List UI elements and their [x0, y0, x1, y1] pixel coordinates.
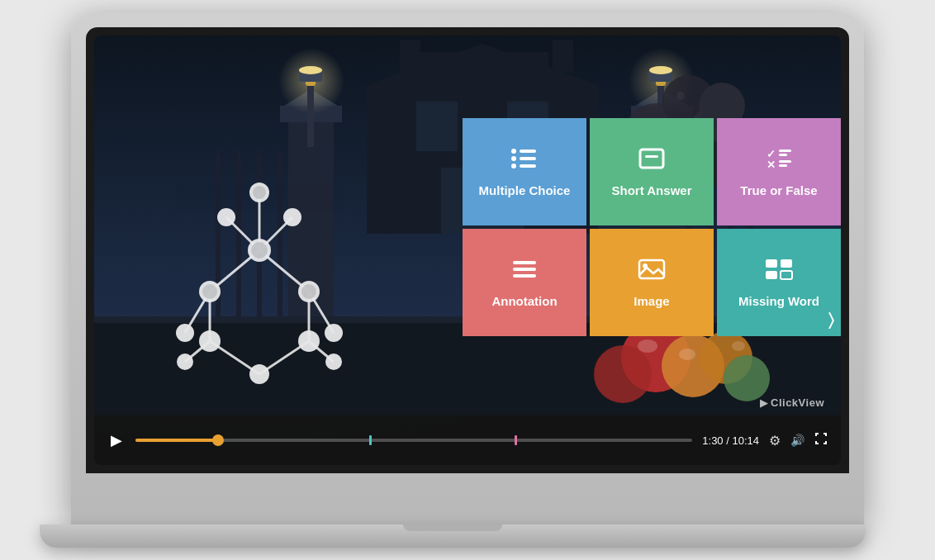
- progress-played: [135, 439, 218, 442]
- volume-icon: 🔊: [790, 434, 804, 447]
- settings-icon: ⚙: [769, 433, 781, 448]
- svg-rect-104: [513, 268, 536, 271]
- svg-point-52: [594, 345, 652, 403]
- settings-button[interactable]: ⚙: [769, 433, 781, 448]
- image-label: Image: [634, 294, 669, 308]
- svg-rect-96: [645, 155, 658, 158]
- svg-point-93: [511, 164, 516, 168]
- svg-point-40: [649, 66, 672, 74]
- missing-word-label: Missing Word: [738, 294, 819, 308]
- laptop-screen-body: Multiple Choice Short Answer: [71, 12, 864, 524]
- fullscreen-button[interactable]: [814, 432, 828, 448]
- svg-rect-108: [766, 259, 777, 268]
- short-answer-icon: [637, 146, 667, 175]
- svg-text:✕: ✕: [767, 159, 776, 171]
- svg-point-84: [325, 354, 342, 370]
- svg-rect-4: [400, 40, 420, 73]
- laptop-wrapper: Multiple Choice Short Answer: [55, 12, 880, 548]
- svg-point-77: [298, 330, 320, 352]
- progress-thumb: [212, 434, 224, 446]
- svg-rect-109: [781, 259, 792, 268]
- svg-rect-111: [781, 271, 792, 279]
- progress-marker-1: [369, 435, 372, 445]
- molecule-svg: [144, 151, 375, 399]
- video-player: Multiple Choice Short Answer: [94, 36, 841, 465]
- svg-point-35: [299, 66, 322, 74]
- time-current: 1:30: [702, 434, 723, 447]
- svg-rect-99: [779, 154, 787, 156]
- svg-point-80: [325, 324, 343, 342]
- multiple-choice-button[interactable]: Multiple Choice: [463, 118, 586, 225]
- svg-point-91: [511, 156, 516, 161]
- svg-point-87: [202, 284, 217, 299]
- svg-point-55: [724, 355, 770, 401]
- svg-rect-110: [766, 271, 777, 279]
- svg-point-79: [176, 324, 194, 342]
- svg-point-76: [199, 330, 221, 352]
- annotation-button[interactable]: Annotation: [463, 229, 586, 336]
- svg-point-78: [249, 364, 269, 384]
- question-type-grid: Multiple Choice Short Answer: [463, 118, 841, 336]
- missing-word-button[interactable]: Missing Word 〉: [717, 229, 841, 336]
- svg-point-85: [253, 186, 266, 199]
- svg-point-86: [251, 242, 268, 259]
- progress-marker-2: [515, 435, 517, 445]
- clickview-watermark: ▶ ClickView: [760, 396, 824, 409]
- volume-button[interactable]: 🔊: [790, 434, 804, 447]
- svg-point-56: [638, 339, 657, 353]
- multiple-choice-label: Multiple Choice: [479, 183, 571, 197]
- svg-point-83: [177, 354, 193, 370]
- clickview-text: ClickView: [771, 396, 824, 409]
- short-answer-button[interactable]: Short Answer: [590, 118, 714, 225]
- short-answer-label: Short Answer: [612, 183, 692, 197]
- multiple-choice-icon: [510, 146, 539, 175]
- svg-point-81: [217, 208, 235, 226]
- svg-rect-105: [513, 274, 536, 278]
- image-icon: [637, 257, 667, 286]
- svg-rect-90: [520, 149, 536, 153]
- time-sep: /: [724, 434, 733, 447]
- svg-point-82: [283, 208, 301, 226]
- clickview-play-icon: ▶: [760, 397, 767, 409]
- laptop-base: [40, 524, 866, 548]
- controls-bar: ▶ 1:30 / 10:14 ⚙: [94, 415, 841, 465]
- annotation-label: Annotation: [491, 294, 557, 308]
- time-display: 1:30 / 10:14: [702, 434, 759, 447]
- true-or-false-label: True or False: [740, 183, 817, 197]
- svg-rect-94: [520, 164, 536, 168]
- svg-point-89: [511, 149, 516, 154]
- svg-point-58: [732, 341, 745, 351]
- svg-rect-92: [520, 157, 536, 160]
- svg-rect-106: [639, 260, 664, 278]
- image-button[interactable]: Image: [590, 229, 714, 336]
- svg-point-50: [676, 92, 685, 100]
- true-or-false-icon: ✓ ✕: [764, 146, 794, 175]
- svg-point-88: [301, 284, 316, 299]
- svg-rect-5: [553, 40, 573, 73]
- svg-rect-95: [640, 149, 663, 168]
- time-total: 10:14: [732, 434, 759, 447]
- true-or-false-button[interactable]: ✓ ✕ True or False: [717, 118, 841, 225]
- svg-point-57: [679, 349, 695, 360]
- svg-rect-98: [779, 149, 791, 152]
- fullscreen-icon: [814, 432, 828, 448]
- cursor-icon: 〉: [828, 311, 834, 330]
- svg-rect-3: [416, 52, 548, 93]
- svg-rect-6: [416, 102, 458, 151]
- play-icon: ▶: [111, 431, 122, 449]
- screen-bezel: Multiple Choice Short Answer: [86, 27, 849, 473]
- missing-word-icon: [764, 257, 794, 286]
- svg-rect-102: [779, 164, 787, 167]
- svg-rect-32: [307, 81, 314, 147]
- play-button[interactable]: ▶: [107, 428, 126, 453]
- svg-rect-101: [779, 160, 791, 163]
- progress-bar[interactable]: [135, 439, 692, 442]
- svg-rect-103: [513, 261, 536, 264]
- annotation-icon: [510, 257, 539, 286]
